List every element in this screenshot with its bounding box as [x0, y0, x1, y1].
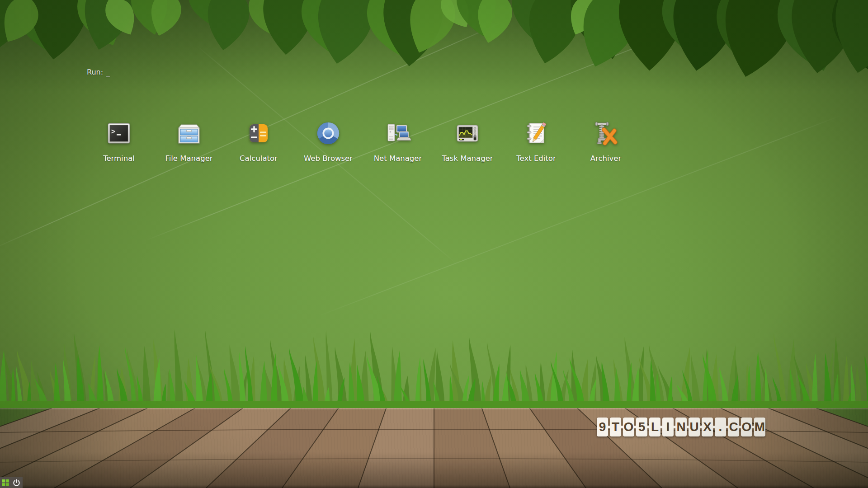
panel-strip	[0, 485, 868, 488]
launcher-item-file-manager[interactable]: File Manager	[155, 120, 223, 163]
launcher-item-terminal[interactable]: > Terminal	[85, 120, 153, 163]
chromium-browser-icon	[315, 120, 341, 146]
app-grid-menu-icon	[2, 479, 9, 486]
power-button[interactable]	[13, 479, 20, 486]
launcher-item-task-manager[interactable]: Task Manager	[434, 120, 501, 163]
watermark-tile: C	[728, 418, 739, 436]
launcher-item-web-browser[interactable]: Web Browser	[294, 120, 362, 163]
watermark-tile: N	[675, 418, 687, 436]
watermark-tile: O	[741, 418, 752, 436]
launcher-item-label: Calculator	[240, 154, 278, 163]
terminal-icon: >	[106, 120, 132, 146]
watermark-tile: 5	[636, 418, 647, 436]
launcher-item-label: File Manager	[165, 154, 212, 163]
launcher-item-text-editor[interactable]: Text Editor	[502, 120, 570, 163]
run-prompt-cursor: _	[106, 68, 110, 76]
launcher-item-label: Net Manager	[374, 154, 422, 163]
run-prompt-label: Run:	[87, 68, 103, 76]
watermark-tile: M	[754, 418, 765, 436]
watermark-tile: I	[662, 418, 674, 436]
launcher-item-label: Web Browser	[304, 154, 353, 163]
taskbar	[0, 477, 23, 488]
watermark-tile: O	[623, 418, 634, 436]
network-computers-icon	[385, 120, 411, 146]
archive-clamp-icon	[593, 120, 619, 146]
launcher-item-label: Text Editor	[516, 154, 556, 163]
launcher-item-label: Terminal	[103, 154, 135, 163]
notepad-pencil-icon	[523, 120, 549, 146]
svg-text:>: >	[111, 127, 115, 136]
watermark-tile: 9	[597, 418, 608, 436]
watermark: 9TO5LINUX.COM	[597, 418, 765, 436]
file-cabinet-icon	[176, 120, 202, 146]
launcher-item-calculator[interactable]: Calculator	[225, 120, 292, 163]
grass-decoration	[0, 319, 868, 408]
watermark-tile: T	[610, 418, 621, 436]
app-menu-button[interactable]	[2, 479, 9, 486]
launcher-item-label: Archiver	[590, 154, 622, 163]
launcher-item-label: Task Manager	[442, 154, 493, 163]
watermark-tile: U	[689, 418, 700, 436]
launcher-item-net-manager[interactable]: Net Manager	[364, 120, 432, 163]
leaves-decoration	[0, 0, 868, 122]
power-icon	[13, 479, 20, 487]
watermark-tile: .	[715, 418, 726, 436]
watermark-tile: L	[649, 418, 660, 436]
desktop: Run:_ > Terminal File Manager Calculator…	[0, 0, 868, 488]
run-prompt[interactable]: Run:_	[87, 68, 110, 76]
system-monitor-icon	[454, 120, 481, 146]
calculator-icon	[245, 120, 272, 146]
watermark-tile: X	[702, 418, 713, 436]
launcher-item-archiver[interactable]: Archiver	[572, 120, 640, 163]
